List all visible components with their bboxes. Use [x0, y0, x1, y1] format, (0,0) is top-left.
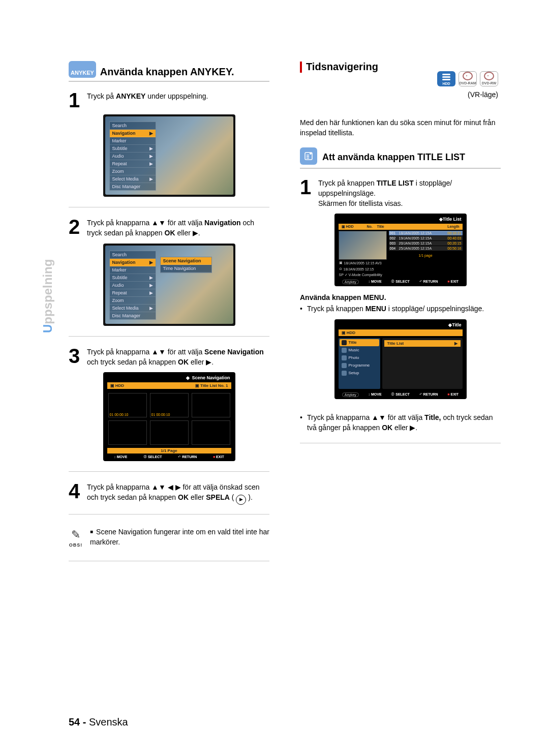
svg-point-1	[310, 153, 312, 155]
menu-bullet: • Tryck på knappen MENU i stoppläge/ upp…	[300, 304, 501, 314]
osd-title-menu: ◆ Title ▣ HDD Title Music Photo Programm…	[334, 319, 467, 399]
rule	[300, 443, 501, 443]
left-column: ANYKEY Använda knappen ANYKEY. 1 Tryck p…	[69, 61, 269, 571]
vr-mode-label: (VR-läge)	[468, 90, 498, 99]
step-2: 2 Tryck på knapparna ▲▼ för att välja Na…	[69, 218, 269, 238]
note-icon: ✎	[69, 527, 83, 543]
page-footer: 54 - Svenska	[69, 716, 128, 728]
rule	[69, 207, 269, 207]
play-icon: ▶	[236, 495, 246, 505]
section-bar	[300, 62, 302, 73]
rule	[300, 168, 501, 169]
title-bullet: • Tryck på knapparna ▲▼ för att välja Ti…	[300, 412, 501, 433]
osd-anykey-submenu: Search Navigation▶ Marker Subtitle▶ Audi…	[103, 244, 235, 326]
title-list-icon	[300, 147, 317, 165]
rule	[69, 471, 269, 472]
step-3: 3 Tryck på knapparna ▲▼ för att välja Sc…	[69, 347, 269, 368]
media-icons: HDD DVD-RAM DVD-RW	[437, 71, 498, 86]
osd-scene-navigation: ◆Scene Navigation ▣ HDD ▣ Title List No.…	[103, 372, 235, 461]
rule	[69, 514, 269, 515]
sub-heading: Att använda knappen TITLE LIST	[322, 152, 465, 163]
intro-text: Med den här funktionen kan du söka scen …	[300, 117, 501, 138]
note-box: ✎ OBS! ■Scene Navigation fungerar inte o…	[69, 525, 269, 551]
step-1: 1 Tryck på ANYKEY under uppspelning.	[69, 91, 269, 109]
anykey-badge: ANYKEY	[69, 61, 96, 78]
heading-anykey: Använda knappen ANYKEY.	[100, 66, 234, 78]
step-4: 4 Tryck på knapparna ▲▼ ◀ ▶ för att välj…	[69, 482, 269, 504]
dvd-rw-icon: DVD-RW	[480, 71, 498, 86]
right-step-1: 1 Tryck på knappen TITLE LIST i stoppläg…	[300, 178, 501, 209]
rule	[69, 561, 269, 561]
step-num: 1	[69, 91, 83, 109]
osd-title-list: ◆ Title List ▣ HDD No. Title Length ▣ 18…	[334, 214, 467, 286]
rule	[69, 336, 269, 337]
menu-heading: Använda knappen MENU.	[300, 293, 501, 301]
dvd-ram-icon: DVD-RAM	[459, 71, 477, 86]
rule	[69, 81, 269, 82]
right-column: Tidsnavigering Med den här funktionen ka…	[300, 61, 501, 571]
hdd-icon: HDD	[437, 71, 455, 86]
section-title: Tidsnavigering	[306, 61, 378, 73]
osd-anykey-menu: Search Navigation▶ Marker Subtitle▶ Audi…	[103, 114, 235, 197]
side-tab: Uppspelning	[41, 259, 55, 333]
